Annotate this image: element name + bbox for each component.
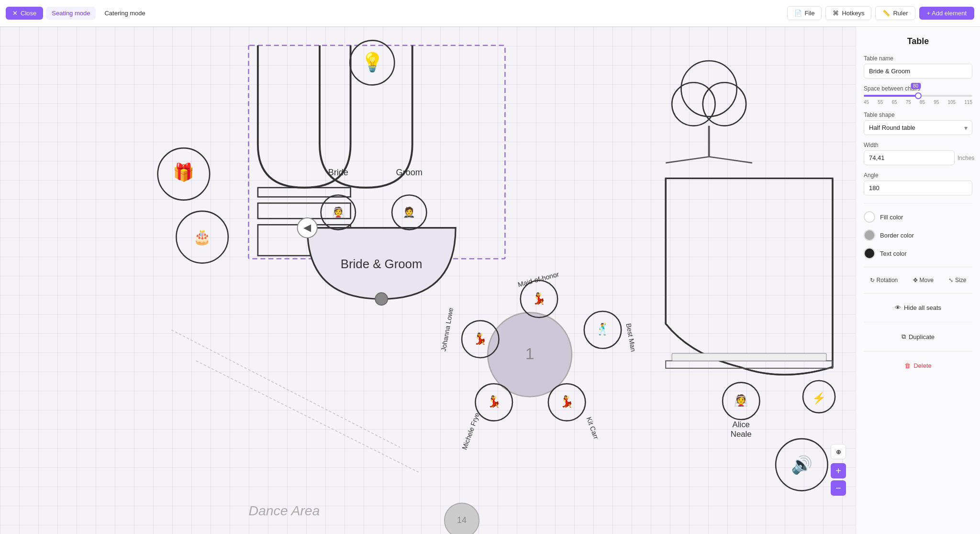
canvas-svg: 🎁 🎂 💡 Bride & Groom [0,27,856,534]
svg-text:💃: 💃 [560,395,574,408]
svg-text:Johanna Lowe: Johanna Lowe [439,307,455,352]
zoom-controls: ⊕ + − [831,444,846,496]
rotation-label: Rotation [877,277,898,284]
svg-text:1: 1 [525,345,535,363]
svg-text:💃: 💃 [473,332,487,345]
svg-point-12 [375,293,388,305]
svg-text:💃: 💃 [532,292,546,305]
close-label: Close [21,10,36,17]
canvas-area[interactable]: 🎁 🎂 💡 Bride & Groom [0,27,856,534]
close-button[interactable]: ✕ Close [6,7,43,20]
svg-text:⚡: ⚡ [812,391,826,405]
add-element-button[interactable]: + Add element [919,7,974,20]
text-color-row: Text color [864,248,972,259]
table-name-label: Table name [864,55,972,62]
angle-label: Angle [864,172,972,179]
angle-input[interactable] [864,181,972,195]
slider-track[interactable]: 80 [864,95,972,97]
table-shape-label: Table shape [864,112,972,118]
hide-seats-label: Hide all seats [904,304,941,311]
svg-text:🎁: 🎁 [173,162,195,182]
table-shape-select[interactable]: Round table Rectangular table Half Round… [864,120,972,135]
text-color-swatch[interactable] [864,248,875,259]
size-button[interactable]: ⤡ Size [946,275,969,285]
move-label: Move [920,277,934,284]
fill-color-row: Fill color [864,211,972,223]
hotkeys-icon: ⌘ [833,10,839,17]
space-between-chairs-section: Space between chairs 80 45 55 65 75 85 9… [864,85,972,105]
delete-label: Delete [913,362,932,369]
move-button[interactable]: ✥ Move [910,275,936,285]
svg-text:👰: 👰 [332,206,345,218]
svg-text:🕺: 🕺 [596,322,610,336]
right-panel: Table Table name Space between chairs 80… [856,27,980,534]
ruler-icon: 📏 [882,10,890,17]
ruler-button[interactable]: 📏 Ruler [875,6,915,20]
move-icon: ✥ [913,277,918,284]
svg-text:🎂: 🎂 [193,228,212,246]
seating-mode-button[interactable]: Seating mode [46,7,96,20]
svg-text:Bride & Groom: Bride & Groom [341,257,423,271]
width-section: Width Inches [864,142,972,165]
svg-rect-0 [248,45,505,259]
svg-text:💡: 💡 [361,51,384,73]
fill-color-swatch[interactable] [864,211,875,223]
svg-text:🤵: 🤵 [403,206,415,218]
close-icon: ✕ [12,10,18,17]
svg-point-40 [703,82,746,125]
topbar: ✕ Close Seating mode Catering mode 📄 Fil… [0,0,980,27]
panel-title: Table [864,36,972,46]
zoom-in-button[interactable]: + [831,463,846,478]
divider-3 [864,293,972,294]
divider-2 [864,267,972,267]
svg-text:◀: ◀ [303,222,312,233]
width-label: Width [864,142,972,148]
eye-icon: 👁 [895,304,901,311]
border-color-swatch[interactable] [864,229,875,241]
slider-fill [864,95,918,97]
catering-mode-button[interactable]: Catering mode [99,7,151,20]
svg-rect-44 [666,361,833,368]
width-input[interactable] [864,150,955,165]
hide-seats-button[interactable]: 👁 Hide all seats [864,301,972,314]
size-label: Size [955,277,966,284]
rotation-button[interactable]: ↻ Rotation [867,275,901,285]
svg-text:Kit Carr: Kit Carr [585,416,601,440]
svg-text:Neale: Neale [731,430,752,439]
duplicate-label: Duplicate [909,333,935,341]
topbar-left: ✕ Close Seating mode Catering mode [6,7,783,20]
svg-text:👰: 👰 [734,394,748,407]
border-color-row: Border color [864,229,972,241]
svg-text:14: 14 [457,515,467,525]
duplicate-button[interactable]: ⧉ Duplicate [864,330,972,343]
trash-icon: 🗑 [904,362,911,369]
svg-text:Dance Area: Dance Area [248,503,320,518]
slider-thumb[interactable]: 80 [915,92,922,99]
rotation-icon: ↻ [870,277,875,284]
topbar-right: 📄 File ⌘ Hotkeys 📏 Ruler + Add element [787,6,974,20]
svg-line-58 [196,361,419,472]
main: 🎁 🎂 💡 Bride & Groom [0,27,980,534]
svg-text:Alice: Alice [733,420,750,429]
svg-line-57 [171,330,400,447]
angle-section: Angle [864,172,972,195]
compass-button[interactable]: ⊕ [831,444,846,459]
svg-text:Maid-of-honor: Maid-of-honor [517,270,560,288]
hotkeys-button[interactable]: ⌘ Hotkeys [825,6,871,20]
svg-line-43 [709,157,752,163]
delete-button[interactable]: 🗑 Delete [864,359,972,372]
svg-rect-45 [672,353,826,361]
table-shape-select-wrapper: Round table Rectangular table Half Round… [864,120,972,135]
svg-text:🔊: 🔊 [791,454,813,475]
svg-line-42 [666,157,709,163]
width-row: Inches [864,150,972,165]
table-name-input[interactable] [864,64,972,79]
fill-color-label: Fill color [880,214,903,221]
svg-text:Michele Frye: Michele Frye [460,411,481,451]
svg-text:Bride: Bride [328,168,348,177]
file-button[interactable]: 📄 File [787,6,822,20]
file-icon: 📄 [794,10,802,17]
action-row: ↻ Rotation ✥ Move ⤡ Size [864,275,972,285]
svg-text:Groom: Groom [396,168,423,177]
zoom-out-button[interactable]: − [831,480,846,496]
